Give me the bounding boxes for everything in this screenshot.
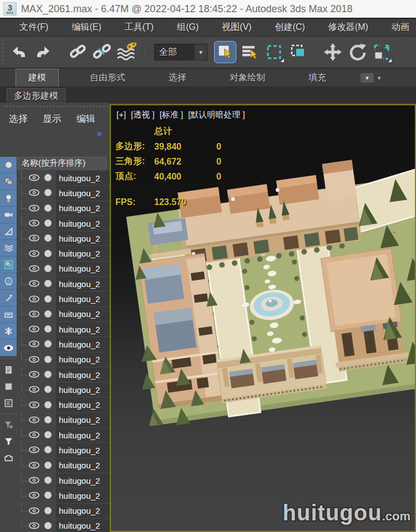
visibility-eye-icon[interactable] xyxy=(29,250,39,257)
explorer-tab-display[interactable]: 显示 xyxy=(43,112,62,125)
geometry-type-icon[interactable] xyxy=(44,174,52,181)
object-row[interactable]: huitugou_2 xyxy=(18,382,110,397)
object-row[interactable]: huitugou_2 xyxy=(18,473,110,488)
ribbon-tab-selection[interactable]: 选择 xyxy=(156,69,199,86)
geometry-type-icon[interactable] xyxy=(44,189,52,196)
viewport-view-label[interactable]: [透视 ] xyxy=(131,110,155,120)
visibility-eye-icon[interactable] xyxy=(29,280,39,287)
object-name[interactable]: huitugou_2 xyxy=(56,397,110,412)
display-groups-icon[interactable] xyxy=(0,257,17,273)
geometry-type-icon[interactable] xyxy=(44,507,52,514)
object-row[interactable]: huitugou_2 xyxy=(18,245,110,260)
object-name[interactable]: huitugou_2 xyxy=(56,367,110,382)
rectangular-selection-button[interactable] xyxy=(263,41,285,63)
object-name[interactable]: huitugou_2 xyxy=(56,185,110,200)
object-row[interactable]: huitugou_2 xyxy=(18,503,110,518)
object-row[interactable]: huitugou_2 xyxy=(18,185,110,200)
undo-button[interactable] xyxy=(8,41,30,63)
object-row[interactable]: huitugou_2 xyxy=(18,367,110,382)
filter-config-icon[interactable] xyxy=(0,416,17,433)
object-row[interactable]: huitugou_2 xyxy=(18,352,110,367)
geometry-type-icon[interactable] xyxy=(44,295,52,303)
visibility-eye-icon[interactable] xyxy=(29,219,39,227)
viewport-standard-label[interactable]: [标准 ] xyxy=(160,110,184,120)
select-and-move-button[interactable] xyxy=(322,41,344,63)
object-name[interactable]: huitugou_2 xyxy=(56,442,110,457)
object-name[interactable]: huitugou_2 xyxy=(56,412,110,427)
viewport-menu-plus[interactable]: [+] xyxy=(116,110,126,120)
object-name[interactable]: huitugou_2 xyxy=(56,245,110,260)
object-name[interactable]: huitugou_2 xyxy=(56,488,110,503)
geometry-type-icon[interactable] xyxy=(44,325,52,332)
visibility-eye-icon[interactable] xyxy=(29,234,39,242)
object-name[interactable]: huitugou_2 xyxy=(56,231,110,245)
panel-tab-polygon-modeling[interactable]: 多边形建模 xyxy=(7,88,65,104)
visibility-eye-icon[interactable] xyxy=(29,522,39,529)
geometry-type-icon[interactable] xyxy=(44,234,52,242)
menu-file[interactable]: 文件(F) xyxy=(8,22,60,33)
object-name[interactable]: huitugou_2 xyxy=(56,321,110,336)
geometry-type-icon[interactable] xyxy=(44,265,52,272)
display-frozen-icon[interactable] xyxy=(0,323,17,340)
visibility-eye-icon[interactable] xyxy=(29,462,39,469)
geometry-type-icon[interactable] xyxy=(44,446,52,453)
visibility-eye-icon[interactable] xyxy=(29,189,39,196)
select-and-scale-button[interactable] xyxy=(371,41,393,63)
object-row[interactable]: huitugou_2 xyxy=(18,261,110,276)
visibility-eye-icon[interactable] xyxy=(29,446,39,453)
object-name[interactable]: huitugou_2 xyxy=(56,306,110,321)
visibility-eye-icon[interactable] xyxy=(29,477,39,484)
geometry-type-icon[interactable] xyxy=(44,280,52,287)
geometry-type-icon[interactable] xyxy=(44,204,52,212)
geometry-type-icon[interactable] xyxy=(44,219,52,227)
menu-modifiers[interactable]: 修改器(M) xyxy=(317,22,380,33)
object-row[interactable]: huitugou_2 xyxy=(18,427,110,442)
geometry-type-icon[interactable] xyxy=(44,416,52,423)
object-name[interactable]: huitugou_2 xyxy=(56,216,110,231)
object-row[interactable]: huitugou_2 xyxy=(18,518,110,532)
geometry-type-icon[interactable] xyxy=(44,477,52,484)
geometry-type-icon[interactable] xyxy=(44,386,52,393)
select-object-button[interactable] xyxy=(214,41,236,63)
object-name[interactable]: huitugou_2 xyxy=(56,518,110,532)
object-row[interactable]: huitugou_2 xyxy=(18,412,110,427)
geometry-type-icon[interactable] xyxy=(44,522,52,529)
geometry-type-icon[interactable] xyxy=(44,431,52,438)
visibility-eye-icon[interactable] xyxy=(29,416,39,423)
object-row[interactable]: huitugou_2 xyxy=(18,276,110,291)
display-bones-icon[interactable] xyxy=(0,290,17,306)
display-shapes-icon[interactable] xyxy=(0,173,17,190)
explorer-name-column-header[interactable]: 名称(按升序排序) xyxy=(18,157,106,170)
geometry-type-icon[interactable] xyxy=(44,462,52,469)
display-hidden-icon[interactable] xyxy=(0,340,17,356)
object-row[interactable]: huitugou_2 xyxy=(18,291,110,306)
ribbon-tab-modeling[interactable]: 建模 xyxy=(16,69,59,86)
object-row[interactable]: huitugou_2 xyxy=(18,336,110,351)
explorer-tab-select[interactable]: 选择 xyxy=(9,112,28,125)
object-name[interactable]: huitugou_2 xyxy=(56,336,110,351)
display-lights-icon[interactable] xyxy=(0,190,17,207)
object-row[interactable]: huitugou_2 xyxy=(18,488,110,503)
geometry-type-icon[interactable] xyxy=(44,250,52,257)
object-name[interactable]: huitugou_2 xyxy=(56,170,110,185)
geometry-type-icon[interactable] xyxy=(44,492,52,499)
window-crossing-button[interactable] xyxy=(287,41,310,63)
object-name[interactable]: huitugou_2 xyxy=(56,503,110,518)
geometry-type-icon[interactable] xyxy=(44,356,52,363)
visibility-eye-icon[interactable] xyxy=(29,204,39,212)
object-row[interactable]: huitugou_2 xyxy=(18,170,110,185)
display-xrefs-icon[interactable] xyxy=(0,273,17,290)
geometry-type-icon[interactable] xyxy=(44,401,52,408)
object-row[interactable]: huitugou_2 xyxy=(18,321,110,336)
visibility-eye-icon[interactable] xyxy=(29,507,39,514)
toolbar-grip[interactable] xyxy=(1,39,5,65)
visibility-eye-icon[interactable] xyxy=(29,265,39,272)
visibility-eye-icon[interactable] xyxy=(29,295,39,303)
select-by-name-button[interactable] xyxy=(239,41,261,63)
object-name[interactable]: huitugou_2 xyxy=(56,261,110,276)
geometry-type-icon[interactable] xyxy=(44,310,52,318)
menu-edit[interactable]: 编辑(E) xyxy=(60,22,113,33)
visibility-eye-icon[interactable] xyxy=(29,371,39,378)
select-and-rotate-button[interactable] xyxy=(346,41,368,63)
object-row[interactable]: huitugou_2 xyxy=(18,201,110,216)
